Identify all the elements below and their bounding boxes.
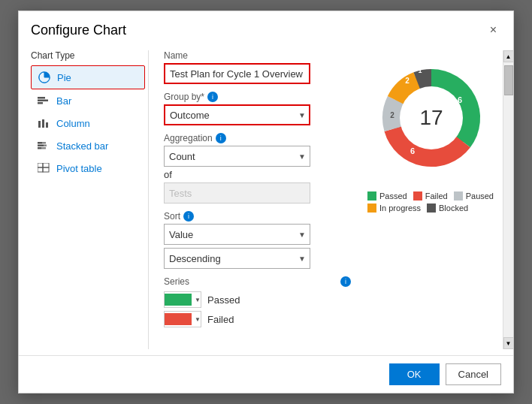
legend-passed-color <box>367 191 376 200</box>
chart-type-pivot[interactable]: Pivot table <box>31 157 145 179</box>
series-color-passed[interactable]: ▼ <box>164 291 201 308</box>
pie-icon <box>38 71 51 84</box>
legend-failed-label: Failed <box>425 191 448 200</box>
svg-rect-16 <box>43 167 49 172</box>
svg-rect-4 <box>38 121 41 128</box>
legend-paused-color <box>454 191 463 200</box>
svg-rect-12 <box>41 147 46 149</box>
legend-inprogress: In progress <box>367 204 421 213</box>
chart-type-label: Chart Type <box>31 50 145 61</box>
name-input[interactable]: Test Plan for Cycle 1 Overview <box>164 63 310 84</box>
divider-vertical <box>148 50 149 349</box>
aggregation-select-wrapper: Count ▼ <box>164 146 310 167</box>
failed-dropdown-icon: ▼ <box>195 316 201 323</box>
chart-legend: Passed Failed Paused In progress Blocked <box>367 191 495 213</box>
svg-rect-8 <box>42 142 46 144</box>
group-by-select[interactable]: Outcome <box>164 104 310 125</box>
series-info-icon[interactable]: i <box>340 276 351 287</box>
legend-inprogress-color <box>367 204 376 213</box>
bar-icon <box>37 94 50 107</box>
configure-chart-dialog: Configure Chart × Chart Type Pie <box>18 11 514 393</box>
passed-swatch <box>165 294 192 306</box>
aggregation-label: Aggregation i <box>164 133 351 143</box>
preview-panel: 6 6 2 2 1 17 Passed Failed <box>360 50 503 349</box>
pie-label: Pie <box>57 72 71 83</box>
legend-failed: Failed <box>413 191 448 200</box>
chart-type-panel: Chart Type Pie <box>19 50 145 349</box>
svg-rect-2 <box>38 100 48 102</box>
sort-direction-select[interactable]: Descending <box>164 248 310 269</box>
passed-dropdown-icon: ▼ <box>195 297 201 303</box>
scroll-thumb[interactable] <box>504 65 513 95</box>
svg-rect-7 <box>38 142 42 144</box>
svg-rect-5 <box>42 119 44 128</box>
svg-text:6: 6 <box>410 146 415 155</box>
series-color-failed[interactable]: ▼ <box>164 311 201 327</box>
legend-blocked-color <box>427 204 436 213</box>
aggregation-field-group: Aggregation i Count ▼ of Tests <box>164 133 351 204</box>
group-by-field-group: Group by* i Outcome ▼ <box>164 92 351 125</box>
failed-swatch <box>165 313 192 325</box>
config-panel: Name Test Plan for Cycle 1 Overview Grou… <box>152 50 360 349</box>
bar-label: Bar <box>56 95 71 107</box>
legend-passed: Passed <box>367 191 407 200</box>
series-name-passed: Passed <box>207 294 240 306</box>
svg-text:2: 2 <box>405 77 410 85</box>
of-field: Tests <box>164 182 310 204</box>
stacked-bar-label: Stacked bar <box>56 140 108 152</box>
chart-type-list: Pie Bar <box>31 65 145 179</box>
series-name-failed: Failed <box>207 314 234 325</box>
series-section: Series i ▼ Passed ▼ Failed <box>164 276 351 327</box>
dialog-header: Configure Chart × <box>19 11 513 44</box>
svg-text:6: 6 <box>458 95 462 104</box>
svg-rect-15 <box>38 167 43 172</box>
name-label: Name <box>164 50 351 61</box>
chart-type-column[interactable]: Column <box>31 112 145 134</box>
series-item-failed: ▼ Failed <box>164 311 351 327</box>
legend-blocked: Blocked <box>427 204 468 213</box>
ok-button[interactable]: OK <box>389 363 440 385</box>
chart-type-pie[interactable]: Pie <box>31 65 145 89</box>
sort-field-group: Sort i Value ▼ Descending ▼ <box>164 211 351 269</box>
scrollbar: ▲ ▼ <box>503 50 513 349</box>
scroll-down-button[interactable]: ▼ <box>503 337 514 349</box>
series-item-passed: ▼ Passed <box>164 291 351 308</box>
chart-type-stacked-bar[interactable]: Stacked bar <box>31 134 145 157</box>
legend-failed-color <box>413 191 422 200</box>
chart-type-bar[interactable]: Bar <box>31 89 145 112</box>
dialog-body: Chart Type Pie <box>19 44 513 349</box>
svg-rect-9 <box>38 145 44 147</box>
of-placeholder: Tests <box>169 188 192 199</box>
aggregation-select[interactable]: Count <box>164 146 310 167</box>
sort-value-select-wrapper: Value ▼ <box>164 224 310 245</box>
legend-paused: Paused <box>454 191 494 200</box>
legend-inprogress-label: In progress <box>379 204 421 213</box>
svg-rect-6 <box>46 122 48 128</box>
svg-rect-13 <box>38 163 43 167</box>
sort-value-select[interactable]: Value <box>164 224 310 245</box>
legend-passed-label: Passed <box>379 191 407 200</box>
sort-label: Sort i <box>164 211 351 222</box>
svg-rect-14 <box>43 163 49 167</box>
column-label: Column <box>56 118 90 129</box>
svg-rect-10 <box>44 145 47 147</box>
series-header: Series i <box>164 276 351 287</box>
close-button[interactable]: × <box>485 22 501 38</box>
cancel-button[interactable]: Cancel <box>446 363 501 385</box>
name-field-group: Name Test Plan for Cycle 1 Overview <box>164 50 351 84</box>
scroll-up-button[interactable]: ▲ <box>503 50 514 62</box>
aggregation-info-icon[interactable]: i <box>216 133 226 143</box>
legend-blocked-label: Blocked <box>439 204 468 213</box>
stacked-bar-icon <box>37 139 50 152</box>
column-icon <box>37 116 50 130</box>
legend-paused-label: Paused <box>466 191 494 200</box>
donut-center-value: 17 <box>419 106 443 130</box>
of-text: of <box>164 169 351 180</box>
group-by-label: Group by* i <box>164 92 351 102</box>
sort-info-icon[interactable]: i <box>183 211 194 222</box>
svg-rect-1 <box>38 97 45 99</box>
svg-rect-11 <box>38 147 41 149</box>
dialog-footer: OK Cancel <box>19 355 513 393</box>
donut-chart: 6 6 2 2 1 17 <box>371 58 491 178</box>
group-by-info-icon[interactable]: i <box>207 92 218 102</box>
